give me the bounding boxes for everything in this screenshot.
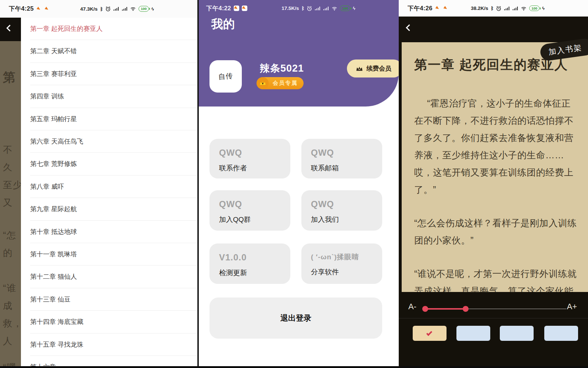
theme-swatch-cream-selected[interactable] — [413, 326, 447, 341]
background-text: 人 — [3, 335, 13, 347]
theme-swatch-blue[interactable] — [456, 326, 490, 341]
charging-icon: ϟ — [353, 6, 355, 11]
signal-icon — [504, 6, 510, 11]
chapter-item[interactable]: 第四章 训练 — [30, 85, 197, 108]
card-value: QWQ — [219, 148, 290, 158]
avatar[interactable]: 自传 — [209, 60, 242, 93]
network-speed: 38.2K/s — [471, 6, 488, 11]
app-icon — [234, 6, 239, 11]
font-larger-button[interactable]: A+ — [567, 302, 577, 311]
back-button[interactable] — [406, 24, 412, 31]
card-label: 分享软件 — [311, 267, 382, 277]
background-text: “谁 — [3, 282, 17, 294]
charging-icon: ϟ — [151, 7, 154, 11]
app-icon — [435, 6, 441, 11]
battery-indicator: 100 — [529, 6, 539, 11]
status-bar: 下午4:25 47.3K/s ᛒ 100 ϟ — [0, 0, 197, 18]
card-label: 联系邮箱 — [311, 163, 382, 173]
join-qq-group-card[interactable]: QWQ 加入QQ群 — [209, 190, 290, 231]
contact-email-card[interactable]: QWQ 联系邮箱 — [301, 139, 382, 178]
paragraph: “谁说不是呢，才第一次进行野外训练就弄成这样，真是晦气，算了这个家伙能救就救，实… — [414, 265, 579, 292]
wifi-icon — [331, 6, 337, 11]
dimmed-nav-bar — [0, 18, 21, 41]
chapter-item[interactable]: 第十四章 海底宝藏 — [30, 311, 197, 333]
bluetooth-icon: ᛒ — [100, 7, 103, 11]
chapter-item[interactable]: 第一章 起死回生的赛亚人 — [30, 18, 197, 40]
join-us-card[interactable]: QWQ 加入我们 — [301, 190, 382, 231]
slider-start-dot — [422, 306, 428, 312]
check-update-card[interactable]: V1.0.0 检测更新 — [209, 243, 290, 284]
chapter-item[interactable]: 第十六章 — [30, 356, 197, 366]
time-label: 下午4:25 — [9, 5, 34, 13]
font-size-slider[interactable] — [422, 306, 566, 312]
slider-thumb[interactable] — [463, 306, 469, 312]
avatar-text: 自传 — [218, 71, 233, 82]
profile-header: 下午4:22 17.5K/s ᛒ 100 ϟ 我的 自传 辣条5021 — [197, 0, 399, 107]
back-icon[interactable] — [6, 25, 13, 31]
paragraph: “怎么会伤成这样？看样子是刚加入训练团的小家伙。” — [414, 214, 579, 249]
reader-page[interactable]: 第一章 起死回生的赛亚人 “霍恩治疗官，这小子的生命体征正在不断下降，不进行救治… — [402, 42, 588, 292]
signal-icon — [113, 7, 119, 11]
share-app-card[interactable]: ( ′-ωn`)揉眼睛 分享软件 — [301, 243, 382, 284]
panel-divider — [197, 0, 199, 368]
username: 辣条5021 — [260, 62, 304, 75]
screen: 下午4:25 47.3K/s ᛒ 100 ϟ 第 不 久 至少 又 “怎 的 “… — [0, 0, 588, 368]
card-label: 加入QQ群 — [219, 215, 290, 224]
card-value: QWQ — [311, 148, 382, 158]
crown-icon — [356, 66, 363, 72]
background-text: “怎 — [3, 229, 17, 241]
dimmed-reader-background: 第 不 久 至少 又 “怎 的 “谁 成 救， 人 “嘿 — [0, 18, 21, 368]
check-icon — [426, 330, 432, 336]
battery-indicator: 100 — [139, 6, 149, 11]
chapter-item[interactable]: 第十一章 凯琳塔 — [30, 243, 197, 266]
chapter-drawer: 第一章 起死回生的赛亚人 第二章 天赋不错 第三章 赛菲利亚 第四章 训练 第五… — [21, 18, 197, 366]
signal-icon — [512, 6, 518, 11]
profile-panel: 下午4:22 17.5K/s ᛒ 100 ϟ 我的 自传 辣条5021 — [197, 0, 399, 368]
app-icon — [443, 6, 449, 11]
time-label: 下午4:22 — [206, 4, 231, 12]
bluetooth-icon: ᛒ — [491, 6, 494, 11]
chapter-item[interactable]: 第三章 赛菲利亚 — [30, 63, 197, 85]
logout-button[interactable]: 退出登录 — [209, 297, 382, 339]
alarm-icon — [307, 6, 312, 11]
chapter-item[interactable]: 第九章 星际起航 — [30, 198, 197, 220]
renew-button-label: 续费会员 — [366, 64, 391, 73]
add-to-shelf-label: 加入书架 — [548, 42, 583, 57]
chapter-item[interactable]: 第十三章 仙豆 — [30, 288, 197, 311]
font-smaller-button[interactable]: A- — [408, 302, 416, 311]
theme-swatch-blue[interactable] — [500, 326, 534, 341]
time-label: 下午4:26 — [408, 4, 433, 12]
chapter-item[interactable]: 第十二章 猫仙人 — [30, 266, 197, 288]
bluetooth-icon: ᛒ — [301, 6, 304, 11]
contact-author-card[interactable]: QWQ 联系作者 — [209, 139, 290, 178]
vip-badge-label: 会员专属 — [273, 80, 298, 87]
divider — [399, 318, 588, 318]
chapter-item[interactable]: 第七章 荒野修炼 — [30, 153, 197, 175]
chapter-item[interactable]: 第六章 天高任鸟飞 — [30, 130, 197, 153]
renew-membership-button[interactable]: 续费会员 — [347, 59, 399, 77]
battery-indicator: 100 — [340, 6, 350, 11]
crown-icon — [257, 77, 269, 89]
background-text: 不 — [3, 144, 13, 156]
theme-swatch-blue[interactable] — [544, 326, 578, 341]
background-text: 第 — [3, 69, 16, 86]
card-label: 加入我们 — [311, 215, 382, 224]
alarm-icon — [496, 6, 501, 11]
app-icon — [36, 6, 42, 12]
card-value: QWQ — [311, 199, 382, 209]
vip-badge: 会员专属 — [257, 77, 304, 89]
chapter-item[interactable]: 第十章 抵达地球 — [30, 221, 197, 243]
reader-panel: 下午4:26 38.2K/s ᛒ 100 ϟ 加入书架 第一章 起死回生的赛亚人… — [399, 0, 588, 368]
chapter-item[interactable]: 第八章 威吓 — [30, 176, 197, 198]
background-text: 至少 — [3, 179, 21, 191]
background-text: 救， — [3, 317, 21, 329]
chapter-item[interactable]: 第十五章 寻找龙珠 — [30, 333, 197, 356]
version-label: V1.0.0 — [219, 252, 290, 263]
chapter-item[interactable]: 第二章 天赋不错 — [30, 40, 197, 62]
chapter-item[interactable]: 第五章 玛帕行星 — [30, 108, 197, 130]
toc-panel: 下午4:25 47.3K/s ᛒ 100 ϟ 第 不 久 至少 又 “怎 的 “… — [0, 0, 197, 368]
signal-icon — [122, 7, 128, 11]
slider-fill — [424, 308, 466, 310]
page-title: 我的 — [211, 16, 235, 32]
card-label: 检测更新 — [219, 268, 290, 278]
